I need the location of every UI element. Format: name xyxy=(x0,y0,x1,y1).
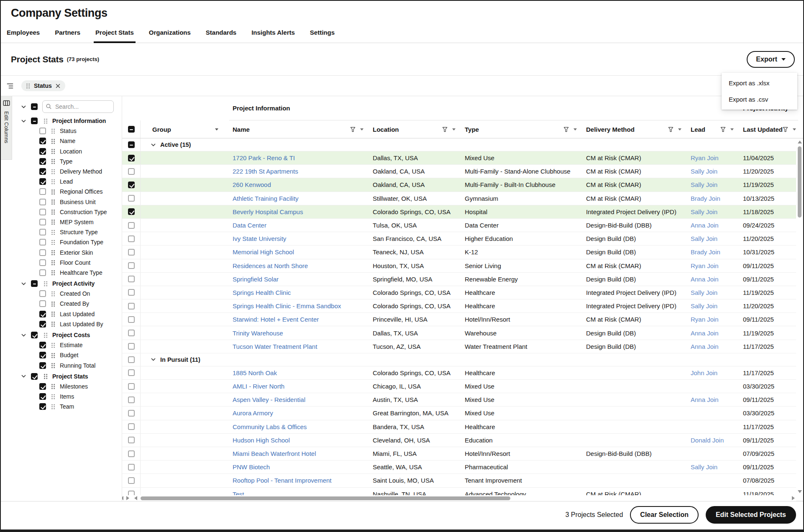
caret-down-icon[interactable] xyxy=(215,128,218,130)
drag-handle-icon[interactable] xyxy=(51,250,55,255)
drag-handle-icon[interactable] xyxy=(51,189,55,194)
project-name-link[interactable]: Memorial High School xyxy=(233,248,294,256)
scroll-up-icon[interactable] xyxy=(798,141,802,143)
tree-item-checkbox[interactable] xyxy=(39,138,46,144)
drag-handle-icon[interactable] xyxy=(26,83,30,89)
drag-handle-icon[interactable] xyxy=(51,169,55,174)
select-all-checkbox[interactable] xyxy=(128,126,135,133)
row-checkbox[interactable] xyxy=(128,303,135,309)
tree-item-checkbox[interactable] xyxy=(39,259,46,266)
drag-handle-icon[interactable] xyxy=(51,148,55,154)
pane-scroll-left-icon[interactable] xyxy=(122,496,123,500)
lead-link[interactable]: Brady Join xyxy=(691,248,720,256)
drag-handle-icon[interactable] xyxy=(51,230,55,235)
group-checkbox[interactable] xyxy=(128,141,135,148)
tree-item-checkbox[interactable] xyxy=(39,362,46,369)
project-name-link[interactable]: Rooftop Pool - Tenant Improvement xyxy=(233,477,332,484)
row-checkbox[interactable] xyxy=(128,262,135,269)
project-name-link[interactable]: Springfield Solar xyxy=(233,276,279,283)
tab-organizations[interactable]: Organizations xyxy=(149,28,191,43)
group-checkbox[interactable] xyxy=(128,356,135,363)
drag-handle-icon[interactable] xyxy=(51,363,55,368)
caret-down-icon[interactable] xyxy=(793,128,796,130)
lead-link[interactable]: Sally Join xyxy=(691,235,717,242)
filter-icon[interactable] xyxy=(563,127,569,132)
scroll-down-icon[interactable] xyxy=(798,490,802,493)
row-checkbox[interactable] xyxy=(128,168,135,175)
tree-item-checkbox[interactable] xyxy=(39,311,46,317)
lead-link[interactable]: Anna Join xyxy=(691,396,719,403)
project-name-link[interactable]: 1885 North Oak xyxy=(233,369,277,376)
drag-handle-icon[interactable] xyxy=(51,291,55,297)
row-checkbox[interactable] xyxy=(128,410,135,417)
menu-item-export-as-csv[interactable]: Export as .csv xyxy=(722,91,797,107)
lead-link[interactable]: Anna Join xyxy=(691,222,719,229)
project-name-link[interactable]: Beverly Hospital Campus xyxy=(233,208,303,215)
lead-link[interactable]: Sally Join xyxy=(691,208,717,215)
tree-item-checkbox[interactable] xyxy=(39,168,46,175)
chevron-down-icon[interactable] xyxy=(21,375,26,378)
filter-icon[interactable] xyxy=(783,127,788,132)
row-checkbox[interactable] xyxy=(128,330,135,336)
tree-item-checkbox[interactable] xyxy=(39,178,46,185)
drag-handle-icon[interactable] xyxy=(51,209,55,215)
pane-scroll-right-icon[interactable] xyxy=(126,496,129,500)
row-checkbox[interactable] xyxy=(128,369,135,376)
tab-partners[interactable]: Partners xyxy=(54,28,81,43)
tree-group-checkbox[interactable] xyxy=(31,373,38,380)
project-name-link[interactable]: 222 19th St Apartments xyxy=(233,168,298,175)
caret-down-icon[interactable] xyxy=(730,128,734,130)
project-name-link[interactable]: 1720 Park - Reno & TI xyxy=(233,154,295,161)
tree-item-checkbox[interactable] xyxy=(39,249,46,256)
tree-item-checkbox[interactable] xyxy=(39,290,46,297)
project-name-link[interactable]: Springs Health Clinic - Emma Sandbox xyxy=(233,302,341,309)
drag-handle-icon[interactable] xyxy=(51,270,55,275)
group-by-icon[interactable] xyxy=(7,83,14,89)
drag-handle-icon[interactable] xyxy=(51,404,55,409)
row-checkbox[interactable] xyxy=(128,289,135,296)
chevron-down-icon[interactable] xyxy=(21,105,26,108)
tree-item-checkbox[interactable] xyxy=(39,199,46,205)
drag-handle-icon[interactable] xyxy=(44,118,48,124)
project-name-link[interactable]: Aurora Armory xyxy=(233,409,273,417)
project-name-link[interactable]: Athletic Training Facility xyxy=(233,195,299,202)
chevron-down-icon[interactable] xyxy=(151,143,156,146)
drag-handle-icon[interactable] xyxy=(51,301,55,307)
lead-link[interactable]: Sally Join xyxy=(691,181,717,188)
project-name-link[interactable]: Trinity Warehouse xyxy=(233,330,283,337)
drag-handle-icon[interactable] xyxy=(51,260,55,265)
lead-link[interactable]: Donald Join xyxy=(691,437,724,444)
group-chip-status[interactable]: Status xyxy=(21,80,65,91)
tree-item-checkbox[interactable] xyxy=(39,219,46,225)
row-checkbox[interactable] xyxy=(128,396,135,403)
row-checkbox[interactable] xyxy=(128,208,135,215)
scroll-right-icon[interactable] xyxy=(792,496,795,500)
caret-down-icon[interactable] xyxy=(452,128,456,130)
tab-project-stats[interactable]: Project Stats xyxy=(95,28,134,43)
chevron-down-icon[interactable] xyxy=(21,120,26,123)
tree-root-checkbox[interactable] xyxy=(31,103,38,110)
caret-down-icon[interactable] xyxy=(574,128,577,130)
tab-employees[interactable]: Employees xyxy=(6,28,40,43)
tree-item-checkbox[interactable] xyxy=(39,229,46,235)
drag-handle-icon[interactable] xyxy=(51,179,55,184)
row-checkbox[interactable] xyxy=(128,155,135,161)
drag-handle-icon[interactable] xyxy=(51,128,55,134)
tree-group-checkbox[interactable] xyxy=(31,332,38,338)
project-name-link[interactable]: Residences at North Shore xyxy=(233,262,308,269)
chevron-down-icon[interactable] xyxy=(21,334,26,337)
tree-item-checkbox[interactable] xyxy=(39,403,46,410)
tree-item-checkbox[interactable] xyxy=(39,239,46,246)
tree-item-checkbox[interactable] xyxy=(39,148,46,155)
tab-insights-alerts[interactable]: Insights Alerts xyxy=(251,28,295,43)
tree-item-checkbox[interactable] xyxy=(39,269,46,276)
row-checkbox[interactable] xyxy=(128,423,135,430)
drag-handle-icon[interactable] xyxy=(51,321,55,327)
export-button[interactable]: Export xyxy=(747,51,795,68)
tab-standards[interactable]: Standards xyxy=(205,28,237,43)
vertical-scroll-thumb[interactable] xyxy=(798,146,801,217)
row-checkbox[interactable] xyxy=(128,383,135,390)
row-checkbox[interactable] xyxy=(128,182,135,188)
drag-handle-icon[interactable] xyxy=(51,384,55,389)
menu-item-export-as-xlsx[interactable]: Export as .xlsx xyxy=(722,75,797,91)
